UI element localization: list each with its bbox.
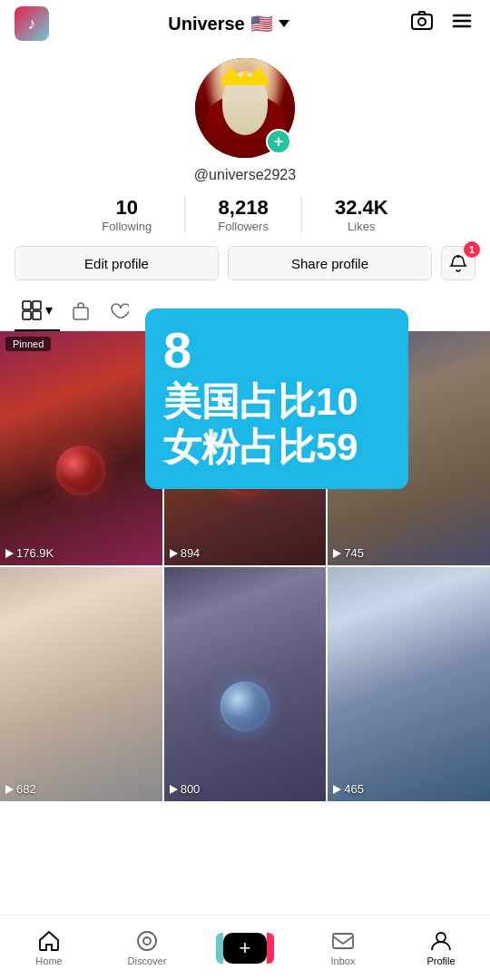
svg-rect-8: [23, 311, 31, 319]
video-thumb-1[interactable]: Pinned 176.9K: [0, 331, 162, 565]
camera-button[interactable]: [408, 7, 436, 40]
overlay-popup: 8 美国占比10 女粉占比59: [145, 309, 408, 489]
pinned-badge: Pinned: [5, 337, 51, 351]
nav-discover[interactable]: Discover: [98, 929, 196, 966]
svg-point-14: [436, 933, 446, 942]
following-count: 10: [116, 196, 138, 220]
nav-plus-button[interactable]: +: [223, 933, 267, 964]
svg-point-1: [418, 18, 426, 25]
overlay-line-2: 女粉占比59: [163, 425, 390, 470]
play-count-5: 800: [170, 782, 201, 796]
video-thumb-5[interactable]: 800: [164, 567, 327, 801]
svg-rect-13: [333, 934, 353, 948]
video-thumb-4[interactable]: 682: [0, 567, 162, 801]
likes-count: 32.4K: [335, 196, 388, 220]
logo-symbol: ♪: [28, 15, 36, 34]
action-buttons-row: Edit profile Share profile 1: [0, 246, 490, 280]
play-icon-6: [333, 785, 341, 794]
notification-button[interactable]: 1: [441, 246, 475, 280]
following-label: Following: [102, 220, 152, 233]
svg-rect-10: [74, 308, 88, 319]
svg-rect-9: [33, 311, 41, 319]
stat-following[interactable]: 10 Following: [69, 196, 185, 233]
play-icon-5: [170, 785, 178, 794]
flag-icon: 🇺🇸: [250, 13, 273, 34]
tab-videos[interactable]: ▾: [15, 291, 60, 331]
chevron-down-icon[interactable]: [279, 20, 289, 27]
tab-filter-icon: ▾: [45, 301, 53, 318]
add-follow-button[interactable]: +: [266, 129, 291, 154]
crystal-ball-5: [220, 681, 270, 731]
likes-label: Likes: [348, 220, 375, 233]
tab-liked[interactable]: [102, 291, 136, 331]
nav-profile[interactable]: Profile: [392, 929, 490, 966]
play-icon: [5, 549, 14, 558]
tab-bag[interactable]: [64, 291, 98, 331]
nav-discover-label: Discover: [128, 956, 167, 966]
profile-section: + @universe2923 10 Following 8,218 Follo…: [0, 47, 490, 291]
stats-row: 10 Following 8,218 Followers 32.4K Likes: [0, 196, 490, 233]
svg-rect-0: [412, 15, 432, 29]
header-actions: [408, 7, 475, 40]
play-icon-3: [333, 549, 341, 558]
overlay-number: 8: [163, 325, 390, 376]
svg-point-5: [457, 255, 460, 258]
svg-rect-7: [33, 301, 41, 309]
nav-inbox[interactable]: Inbox: [294, 929, 392, 966]
stat-likes[interactable]: 32.4K Likes: [302, 196, 421, 233]
crystal-ball-1: [56, 446, 106, 495]
followers-count: 8,218: [219, 196, 269, 220]
overlay-line-1: 美国占比10: [163, 379, 390, 425]
nav-home-label: Home: [35, 956, 62, 966]
svg-point-12: [143, 937, 151, 945]
play-icon-4: [5, 785, 14, 794]
tiktok-logo[interactable]: ♪: [15, 6, 49, 41]
bottom-nav: Home Discover + Inbox Profile: [0, 915, 490, 980]
play-icon-2: [170, 549, 178, 558]
followers-label: Followers: [218, 220, 269, 233]
header-title-group[interactable]: Universe 🇺🇸: [168, 13, 289, 34]
svg-rect-6: [23, 301, 31, 309]
menu-button[interactable]: [448, 7, 475, 40]
header: ♪ Universe 🇺🇸: [0, 0, 490, 47]
page-title: Universe: [168, 14, 245, 34]
username-label: @universe2923: [194, 167, 296, 183]
stat-followers[interactable]: 8,218 Followers: [185, 196, 302, 233]
nav-plus[interactable]: +: [196, 933, 294, 964]
play-count-3: 745: [333, 546, 364, 560]
nav-home[interactable]: Home: [0, 929, 98, 966]
nav-inbox-label: Inbox: [331, 956, 356, 966]
edit-profile-button[interactable]: Edit profile: [15, 246, 219, 280]
nav-profile-label: Profile: [426, 956, 455, 966]
avatar-wrapper[interactable]: +: [195, 58, 295, 158]
video-thumb-6[interactable]: 465: [328, 567, 490, 801]
play-count-2: 894: [170, 546, 201, 560]
play-count-1: 176.9K: [5, 546, 54, 560]
play-count-6: 465: [333, 782, 364, 796]
svg-point-11: [138, 932, 156, 950]
share-profile-button[interactable]: Share profile: [228, 246, 432, 280]
notification-badge: 1: [464, 241, 480, 258]
play-count-4: 682: [5, 782, 36, 796]
